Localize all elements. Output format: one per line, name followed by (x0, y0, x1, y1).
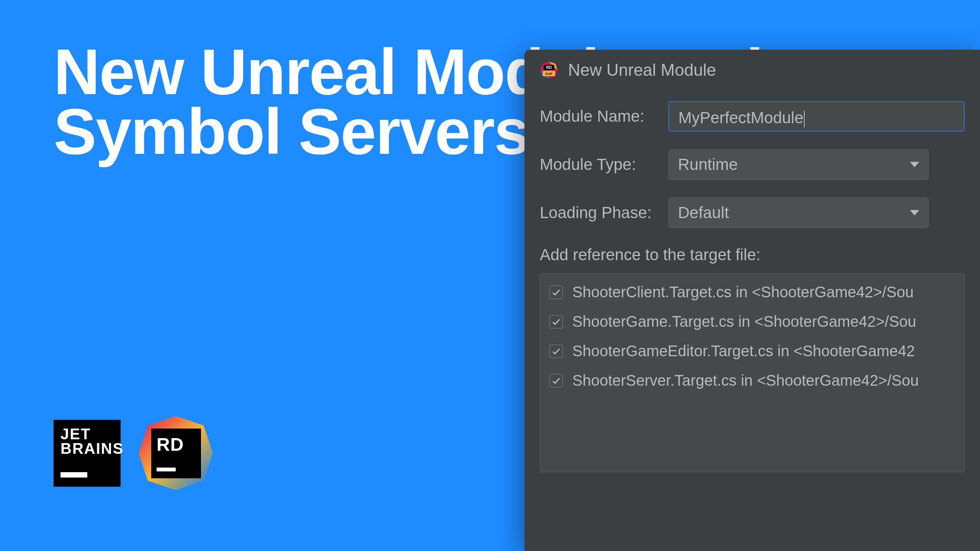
module-type-select[interactable]: Runtime (668, 149, 929, 180)
new-unreal-module-dialog: RD EAP New Unreal Module Module Name: My… (524, 50, 980, 551)
module-name-label: Module Name: (540, 107, 668, 126)
rider-text: RD (157, 434, 196, 455)
loading-phase-value: Default (678, 204, 729, 222)
rider-logo: RD (137, 415, 214, 491)
target-label: ShooterServer.Target.cs in <ShooterGame4… (572, 372, 919, 389)
reference-section-label: Add reference to the target file: (540, 246, 965, 264)
rider-underscore (157, 468, 176, 471)
jetbrains-text-line1: JET (60, 427, 114, 441)
target-label: ShooterClient.Target.cs in <ShooterGame4… (572, 284, 914, 301)
chevron-down-icon (910, 210, 919, 215)
loading-phase-label: Loading Phase: (540, 204, 668, 222)
list-item[interactable]: ShooterGame.Target.cs in <ShooterGame42>… (540, 307, 964, 336)
jetbrains-text-line2: BRAINS (60, 441, 114, 456)
target-checkbox[interactable] (549, 344, 563, 358)
loading-phase-row: Loading Phase: Default (540, 197, 965, 228)
module-type-label: Module Type: (540, 155, 668, 174)
module-type-row: Module Type: Runtime (540, 149, 965, 180)
module-name-value: MyPerfectModule (678, 109, 804, 127)
svg-text:RD: RD (546, 65, 552, 70)
jetbrains-underscore (60, 472, 87, 478)
chevron-down-icon (910, 162, 919, 167)
text-cursor-icon (804, 111, 805, 127)
svg-text:EAP: EAP (546, 72, 553, 76)
loading-phase-select[interactable]: Default (668, 197, 929, 228)
dialog-title: New Unreal Module (568, 60, 716, 80)
list-item[interactable]: ShooterGameEditor.Target.cs in <ShooterG… (540, 336, 964, 366)
list-item[interactable]: ShooterServer.Target.cs in <ShooterGame4… (540, 366, 964, 395)
module-name-input[interactable]: MyPerfectModule (668, 101, 965, 132)
list-item[interactable]: ShooterClient.Target.cs in <ShooterGame4… (540, 277, 964, 307)
target-checkbox[interactable] (549, 285, 563, 299)
target-label: ShooterGame.Target.cs in <ShooterGame42>… (572, 313, 916, 330)
check-icon (551, 346, 561, 356)
target-file-list: ShooterClient.Target.cs in <ShooterGame4… (540, 273, 965, 472)
logo-row: JET BRAINS RD (54, 415, 214, 491)
check-icon (551, 376, 561, 386)
target-checkbox[interactable] (549, 374, 563, 388)
dialog-titlebar: RD EAP New Unreal Module (524, 50, 980, 90)
target-label: ShooterGameEditor.Target.cs in <ShooterG… (572, 342, 915, 360)
target-checkbox[interactable] (549, 315, 563, 329)
check-icon (551, 317, 561, 327)
rider-logo-box: RD (151, 429, 201, 478)
dialog-body: Module Name: MyPerfectModule Module Type… (524, 90, 980, 487)
module-type-value: Runtime (678, 155, 738, 174)
check-icon (551, 287, 561, 297)
module-name-row: Module Name: MyPerfectModule (540, 101, 965, 132)
rider-eap-icon: RD EAP (540, 61, 558, 79)
jetbrains-logo: JET BRAINS (54, 420, 121, 487)
